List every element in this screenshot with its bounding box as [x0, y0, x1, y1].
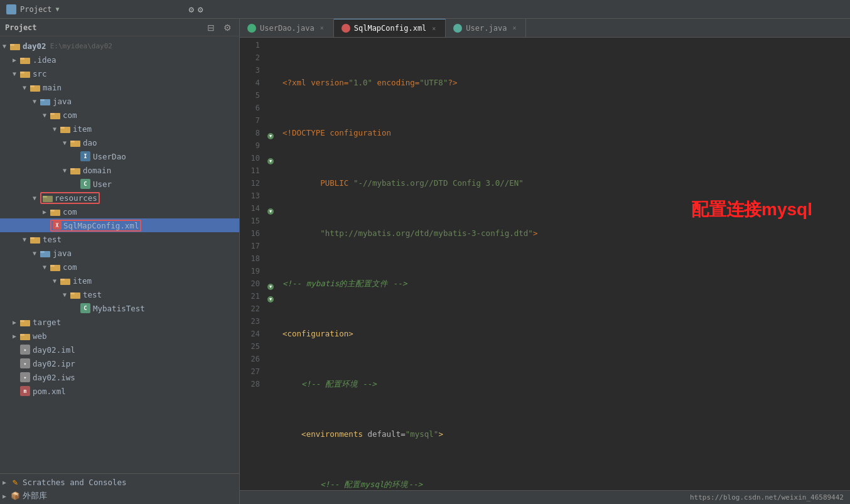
tree-item-dao[interactable]: dao: [0, 136, 239, 149]
code-line-5: <!-- mybatis的主配置文件 -->: [277, 277, 850, 290]
settings-icon[interactable]: ⚙: [198, 4, 203, 14]
tree-item-web[interactable]: web: [0, 329, 239, 343]
code-line-2: <!DOCTYPE configuration: [277, 127, 850, 139]
arrow-icon: [63, 139, 70, 146]
tree-item-test2[interactable]: test: [0, 287, 239, 301]
tree-item-label: SqlMapConfig.xml: [63, 221, 139, 230]
arrow-icon: [43, 112, 50, 119]
arrow-icon: [43, 264, 50, 271]
tree-item-test[interactable]: test: [0, 232, 239, 246]
project-tree: day02 E:\myidea\day02 .idea src: [0, 36, 239, 473]
folder-icon: [60, 277, 70, 285]
tab-user[interactable]: User.java ×: [446, 19, 526, 37]
folder-icon: [20, 332, 30, 340]
xml-file-icon: X: [53, 221, 62, 230]
tree-item-resources[interactable]: resources: [0, 191, 239, 205]
svg-rect-17: [70, 168, 75, 170]
tree-item-label: dao: [83, 138, 97, 147]
arrow-icon: [43, 208, 50, 215]
sidebar-title: Project: [5, 23, 37, 32]
gutter-marker-10: ▼: [267, 158, 274, 164]
tree-item-day02iml[interactable]: ✦ day02.iml: [0, 343, 239, 357]
tree-item-label: item: [73, 276, 92, 286]
editor-area: UserDao.java × SqlMapConfig.xml × User.j…: [240, 19, 850, 504]
folder-icon: [30, 235, 40, 244]
tree-item-src[interactable]: src: [0, 67, 239, 80]
tree-item-java2[interactable]: java: [0, 246, 239, 260]
tree-item-item2[interactable]: item: [0, 274, 239, 287]
arrow-icon: [33, 195, 40, 201]
code-line-7: <!-- 配置环境 -->: [277, 378, 850, 390]
sidebar: Project ⊟ ⚙ day02 E:\myidea\day02: [0, 19, 240, 504]
svg-rect-25: [40, 251, 45, 253]
tab-sqlmap[interactable]: SqlMapConfig.xml ×: [334, 19, 446, 37]
tree-item-day02[interactable]: day02 E:\myidea\day02: [0, 39, 239, 53]
tree-item-label: MybatisTest: [93, 304, 145, 313]
folder-icon: [20, 56, 30, 64]
tree-item-mybatistest[interactable]: C MybatisTest: [0, 301, 239, 315]
arrow-icon: [53, 277, 60, 284]
tree-item-main[interactable]: main: [0, 80, 239, 94]
tree-item-label: com: [63, 110, 77, 120]
user-tab-icon: [453, 24, 462, 33]
folder-icon: [10, 42, 20, 50]
tree-item-label: com: [63, 207, 77, 217]
svg-rect-33: [20, 320, 24, 322]
tree-item-domain[interactable]: domain: [0, 163, 239, 177]
tree-item-label: day02.ipr: [33, 359, 75, 368]
tree-item-day02ipr[interactable]: ✦ day02.ipr: [0, 357, 239, 370]
tree-item-userdao[interactable]: I UserDao: [0, 149, 239, 163]
tree-item-label: resources: [55, 193, 97, 203]
svg-rect-23: [30, 237, 35, 239]
tree-item-label: java: [53, 97, 72, 106]
tree-item-item[interactable]: item: [0, 122, 239, 136]
tab-label: UserDao.java: [260, 24, 315, 33]
java-interface-icon: I: [80, 151, 90, 161]
tree-item-target[interactable]: target: [0, 315, 239, 329]
tree-item-com2[interactable]: com: [0, 205, 239, 218]
gear-icon[interactable]: ⚙: [189, 4, 194, 14]
tree-item-label: java: [53, 249, 72, 258]
tree-item-scratches[interactable]: ✎ Scratches and Consoles: [0, 475, 239, 489]
tree-item-java[interactable]: java: [0, 94, 239, 108]
folder-icon: [70, 291, 80, 299]
tab-userdao[interactable]: UserDao.java ×: [240, 19, 334, 37]
external-icon: 📦: [10, 491, 20, 501]
tree-item-pomxml[interactable]: m pom.xml: [0, 384, 239, 398]
tree-item-sqlmapconfig[interactable]: X SqlMapConfig.xml: [0, 218, 239, 232]
settings-button[interactable]: ⚙: [221, 21, 234, 34]
svg-rect-7: [30, 85, 35, 87]
folder-icon: [40, 97, 50, 105]
sidebar-toolbar: ⊟ ⚙: [205, 21, 234, 34]
tree-item-com3[interactable]: com: [0, 260, 239, 274]
tree-item-external[interactable]: 📦 外部库: [0, 489, 239, 503]
close-tab-button[interactable]: ×: [430, 24, 438, 33]
tree-item-label: src: [33, 69, 47, 78]
arrow-icon: [3, 493, 10, 500]
tree-item-day02iws[interactable]: ✦ day02.iws: [0, 370, 239, 384]
tree-item-label: test: [83, 290, 102, 299]
sidebar-header: Project ⊟ ⚙: [0, 19, 239, 36]
tree-item-label: domain: [83, 166, 111, 175]
arrow-icon: [63, 167, 70, 174]
iml-icon: ✦: [20, 345, 30, 355]
tree-item-idea[interactable]: .idea: [0, 53, 239, 67]
code-content[interactable]: <?xml version="1.0" encoding="UTF8"?> <!…: [277, 38, 850, 490]
code-line-9: <!-- 配置mysql的环境-->: [277, 478, 850, 490]
tree-item-label: test: [43, 235, 62, 244]
svg-rect-27: [50, 265, 55, 267]
code-line-8: <environments default="mysql">: [277, 428, 850, 441]
chevron-down-icon[interactable]: ▼: [56, 6, 60, 13]
tree-item-user[interactable]: C User: [0, 177, 239, 191]
folder-icon: [40, 249, 50, 257]
close-tab-button[interactable]: ×: [510, 24, 518, 32]
arrow-icon: [13, 56, 20, 63]
title-bar-title: Project: [20, 5, 52, 14]
close-tab-button[interactable]: ×: [318, 24, 326, 32]
tree-item-label: UserDao: [93, 152, 126, 161]
arrow-icon: [23, 84, 30, 91]
code-editor: 12345 678910 1112131415 1617181920 21222…: [240, 38, 850, 490]
tree-item-com[interactable]: com: [0, 108, 239, 122]
collapse-all-button[interactable]: ⊟: [205, 21, 217, 34]
tree-item-label: 外部库: [23, 491, 47, 501]
